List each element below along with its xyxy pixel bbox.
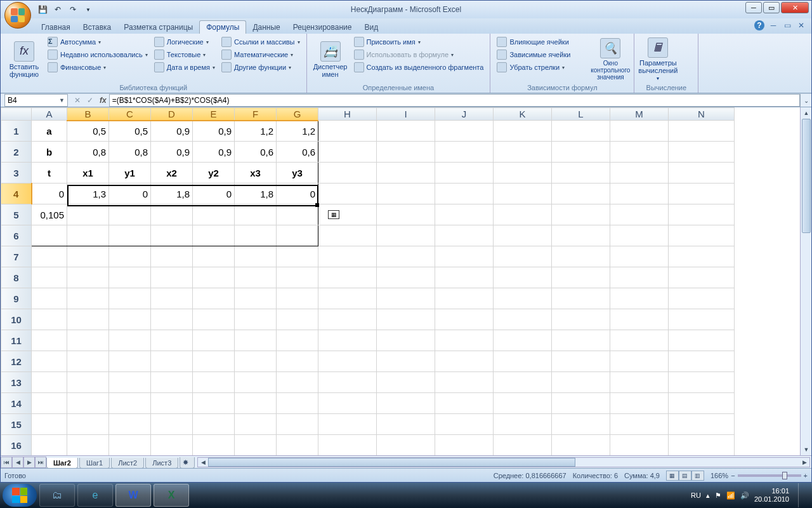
sheet-nav-next-icon[interactable]: ▶ xyxy=(23,457,35,468)
cell-F5[interactable] xyxy=(235,204,277,225)
tab-formulas[interactable]: Формулы xyxy=(199,20,246,34)
tray-flag-icon[interactable]: ⚑ xyxy=(715,491,721,500)
col-E[interactable]: E xyxy=(193,108,235,121)
col-C[interactable]: C xyxy=(109,108,151,121)
row-7[interactable]: 7 xyxy=(1,246,32,267)
trace-dependents-button[interactable]: Зависимые ячейки xyxy=(495,49,572,60)
row-6[interactable]: 6 xyxy=(1,225,32,246)
col-I[interactable]: I xyxy=(377,108,435,121)
cell-D2[interactable]: 0,9 xyxy=(151,142,193,163)
maximize-button[interactable]: ▭ xyxy=(763,2,780,13)
formula-bar[interactable]: =(B$1*COS($A4)+B$2)*COS($A4) xyxy=(109,94,800,107)
zoom-in-icon[interactable]: + xyxy=(804,472,808,479)
scroll-left-icon[interactable]: ◀ xyxy=(198,458,208,467)
tab-review[interactable]: Рецензирование xyxy=(287,21,358,34)
row-1[interactable]: 1 xyxy=(1,121,32,142)
taskbar-item-word[interactable]: W xyxy=(115,484,151,507)
cell-B4[interactable]: 1,3 xyxy=(67,184,109,204)
taskbar-item-ie[interactable]: e xyxy=(77,484,113,507)
cell-D3[interactable]: x2 xyxy=(151,163,193,184)
cell-B3[interactable]: x1 xyxy=(67,163,109,184)
cell-E1[interactable]: 0,9 xyxy=(193,121,235,142)
cell-A3[interactable]: t xyxy=(32,163,67,184)
col-D[interactable]: D xyxy=(151,108,193,121)
cell-G5[interactable] xyxy=(277,204,318,225)
col-G[interactable]: G xyxy=(277,108,318,121)
show-formulas-icon[interactable] xyxy=(575,39,588,49)
remove-arrows-button[interactable]: Убрать стрелки▾ xyxy=(495,62,572,73)
recent-button[interactable]: Недавно использовались▾ xyxy=(46,49,149,60)
create-from-sel-button[interactable]: Создать из выделенного фрагмента xyxy=(353,62,485,73)
sheet-tab-0[interactable]: Шаг2 xyxy=(46,458,78,469)
cell-G4[interactable]: 0 xyxy=(277,184,318,204)
name-box[interactable]: B4 ▼ xyxy=(4,94,68,107)
col-J[interactable]: J xyxy=(435,108,494,121)
taskbar-item-excel[interactable]: X xyxy=(154,484,189,507)
evaluate-icon[interactable] xyxy=(575,70,588,81)
expand-formula-bar-icon[interactable]: ⌄ xyxy=(800,94,811,107)
morefn-button[interactable]: Другие функции▾ xyxy=(220,62,301,73)
cell-E4[interactable]: 0 xyxy=(193,184,235,204)
mdi-close-icon[interactable]: ✕ xyxy=(796,20,806,30)
sheet-nav-first-icon[interactable]: ⏮ xyxy=(1,457,12,468)
cell-D4[interactable]: 1,8 xyxy=(151,184,193,204)
namebox-dropdown-icon[interactable]: ▼ xyxy=(59,97,65,104)
sheet-tab-2[interactable]: Лист2 xyxy=(111,458,144,469)
datetime-button[interactable]: Дата и время▾ xyxy=(153,62,216,73)
cell-G1[interactable]: 1,2 xyxy=(277,121,318,142)
calc-sheet-icon[interactable] xyxy=(680,66,693,76)
cell-C4[interactable]: 0 xyxy=(109,184,151,204)
autofill-options-icon[interactable]: ▦ xyxy=(328,210,339,219)
mdi-restore-icon[interactable]: ▭ xyxy=(782,20,792,30)
office-button[interactable] xyxy=(4,2,31,29)
col-K[interactable]: K xyxy=(494,108,552,121)
calc-now-icon[interactable] xyxy=(680,43,693,53)
row-12[interactable]: 12 xyxy=(1,351,32,372)
text-button[interactable]: Текстовые▾ xyxy=(153,49,216,60)
cell-G2[interactable]: 0,6 xyxy=(277,142,318,163)
cell-F2[interactable]: 0,6 xyxy=(235,142,277,163)
col-M[interactable]: M xyxy=(610,108,669,121)
qat-save-icon[interactable]: 💾 xyxy=(36,3,49,16)
hscroll-thumb[interactable] xyxy=(208,458,575,467)
cell-F4[interactable]: 1,8 xyxy=(235,184,277,204)
cell-A1[interactable]: a xyxy=(32,121,67,142)
row-2[interactable]: 2 xyxy=(1,142,32,163)
row-16[interactable]: 16 xyxy=(1,435,32,456)
qat-redo-icon[interactable]: ↷ xyxy=(67,3,79,16)
help-icon[interactable]: ? xyxy=(754,20,764,30)
qat-undo-icon[interactable]: ↶ xyxy=(51,3,64,16)
row-5[interactable]: 5 xyxy=(1,204,32,225)
col-H[interactable]: H xyxy=(318,108,377,121)
row-8[interactable]: 8 xyxy=(1,267,32,288)
col-N[interactable]: N xyxy=(669,108,735,121)
cell-C1[interactable]: 0,5 xyxy=(109,121,151,142)
taskbar-item-libraries[interactable]: 🗂 xyxy=(39,484,75,507)
cell-C3[interactable]: y1 xyxy=(109,163,151,184)
tab-pagelayout[interactable]: Разметка страницы xyxy=(117,21,199,34)
cell-H1[interactable] xyxy=(318,121,377,142)
sheet-tab-3[interactable]: Лист3 xyxy=(145,458,178,469)
logical-button[interactable]: Логические▾ xyxy=(153,36,216,48)
cell-E3[interactable]: y2 xyxy=(193,163,235,184)
lookup-button[interactable]: Ссылки и массивы▾ xyxy=(220,36,301,48)
view-pagebreak-icon[interactable]: ▥ xyxy=(691,471,704,481)
zoom-control[interactable]: 166% − + xyxy=(710,472,808,479)
vscroll-thumb[interactable] xyxy=(802,119,811,233)
tray-time[interactable]: 16:01 xyxy=(754,487,789,495)
name-manager-button[interactable]: 📇 Диспетчер имен xyxy=(312,36,349,83)
cell-B1[interactable]: 0,5 xyxy=(67,121,109,142)
cell-A2[interactable]: b xyxy=(32,142,67,163)
autosum-button[interactable]: ΣАвтосумма▾ xyxy=(46,36,149,48)
scroll-down-icon[interactable]: ▼ xyxy=(801,444,811,455)
col-L[interactable]: L xyxy=(552,108,610,121)
view-pagelayout-icon[interactable]: ▤ xyxy=(679,471,691,481)
start-button[interactable] xyxy=(3,484,37,507)
cell-B2[interactable]: 0,8 xyxy=(67,142,109,163)
row-9[interactable]: 9 xyxy=(1,288,32,309)
sheet-tab-1[interactable]: Шаг1 xyxy=(79,458,110,469)
row-10[interactable]: 10 xyxy=(1,309,32,330)
tab-data[interactable]: Данные xyxy=(246,21,286,34)
cell-B5[interactable] xyxy=(67,204,109,225)
horizontal-scrollbar[interactable]: ◀ ▶ xyxy=(197,457,810,467)
